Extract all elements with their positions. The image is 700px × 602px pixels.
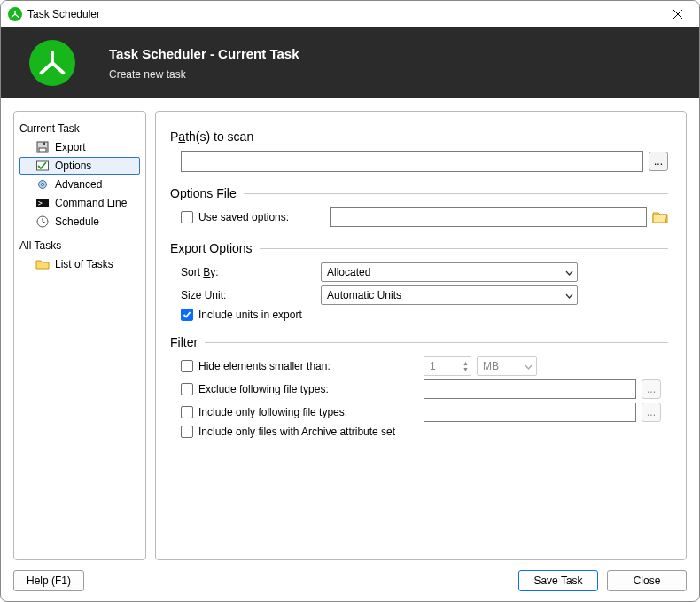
sidebar-item-label: Advanced xyxy=(55,178,102,191)
page-title: Task Scheduler - Current Task xyxy=(109,46,299,61)
save-task-button[interactable]: Save Task xyxy=(518,570,598,591)
main-panel: Path(s) to scan ... Options File Use sav… xyxy=(155,111,687,560)
use-saved-options-checkbox[interactable]: Use saved options: xyxy=(181,211,289,223)
sidebar-item-label: Options xyxy=(55,160,91,172)
include-units-checkbox[interactable]: Include units in export xyxy=(181,309,302,321)
sidebar-item-advanced[interactable]: Advanced xyxy=(19,176,140,193)
chevron-down-icon xyxy=(565,289,573,301)
footer: Help (F1) Save Task Close xyxy=(1,560,699,601)
sidebar-item-options[interactable]: Options xyxy=(19,157,140,175)
folder-icon xyxy=(35,257,50,271)
paths-browse-button[interactable]: ... xyxy=(649,152,668,171)
chevron-down-icon xyxy=(525,360,533,372)
svg-line-1 xyxy=(12,14,15,17)
terminal-icon: >_ xyxy=(35,196,50,210)
checklist-icon xyxy=(35,159,50,173)
caret-up-icon: ▲ xyxy=(463,360,469,366)
section-export-options: Export Options xyxy=(170,241,668,255)
clock-icon xyxy=(35,215,50,229)
section-options-file: Options File xyxy=(170,186,668,200)
help-button[interactable]: Help (F1) xyxy=(13,570,84,591)
section-paths-to-scan: Path(s) to scan xyxy=(170,129,668,144)
include-types-input[interactable] xyxy=(424,403,636,422)
close-button[interactable]: Close xyxy=(607,570,687,591)
sidebar-item-schedule[interactable]: Schedule xyxy=(19,213,140,231)
exclude-types-checkbox[interactable]: Exclude following file types: xyxy=(181,383,418,395)
hide-smaller-checkbox[interactable]: Hide elements smaller than: xyxy=(181,360,418,372)
checkbox-label: Include only files with Archive attribut… xyxy=(198,426,395,438)
section-filter: Filter xyxy=(170,335,668,349)
page-subtitle: Create new task xyxy=(109,68,299,81)
options-file-input[interactable] xyxy=(330,207,647,227)
sidebar-item-export[interactable]: Export xyxy=(19,138,140,156)
logo-icon xyxy=(29,40,75,86)
include-types-checkbox[interactable]: Include only following file types: xyxy=(181,406,418,418)
svg-rect-9 xyxy=(39,148,46,152)
svg-rect-10 xyxy=(43,143,45,145)
size-unit-select[interactable]: Automatic Units xyxy=(321,285,578,305)
sidebar: Current Task Export Options Advanced >_ … xyxy=(13,111,146,560)
size-unit-label: Size Unit: xyxy=(181,289,315,301)
hide-smaller-unit-select[interactable]: MB xyxy=(477,356,537,376)
svg-line-7 xyxy=(52,63,64,73)
checkbox-label: Hide elements smaller than: xyxy=(198,360,331,372)
sidebar-item-list-of-tasks[interactable]: List of Tasks xyxy=(19,255,140,273)
sort-by-select[interactable]: Allocated xyxy=(321,262,578,282)
exclude-types-browse-button[interactable]: ... xyxy=(642,379,661,399)
chevron-down-icon xyxy=(565,266,573,278)
svg-point-13 xyxy=(41,183,43,185)
archive-attr-checkbox[interactable]: Include only files with Archive attribut… xyxy=(181,426,395,438)
gear-icon xyxy=(35,177,50,192)
paths-input[interactable] xyxy=(181,151,643,172)
sidebar-item-label: Command Line xyxy=(55,197,127,209)
sidebar-item-label: Export xyxy=(55,141,86,153)
checkbox-label: Use saved options: xyxy=(198,211,289,223)
exclude-types-input[interactable] xyxy=(424,379,636,399)
svg-line-2 xyxy=(15,14,19,17)
include-types-browse-button[interactable]: ... xyxy=(642,403,661,422)
sidebar-group-current-task: Current Task xyxy=(19,122,140,135)
checkbox-label: Include units in export xyxy=(198,309,302,321)
checkbox-label: Exclude following file types: xyxy=(198,383,329,395)
save-icon xyxy=(35,140,50,154)
window-title: Task Scheduler xyxy=(27,8,100,20)
app-icon xyxy=(8,7,22,21)
svg-line-6 xyxy=(42,63,53,73)
sidebar-item-label: List of Tasks xyxy=(55,258,113,270)
sidebar-item-label: Schedule xyxy=(55,215,99,228)
sidebar-group-all-tasks: All Tasks xyxy=(19,239,140,252)
checkbox-label: Include only following file types: xyxy=(198,406,347,418)
options-file-browse-button[interactable] xyxy=(652,208,668,227)
caret-down-icon: ▼ xyxy=(463,366,469,372)
titlebar: Task Scheduler xyxy=(1,1,699,27)
svg-text:>_: >_ xyxy=(38,199,47,207)
hide-smaller-value-spinner[interactable]: 1 ▲▼ xyxy=(424,356,471,376)
header-band: Task Scheduler - Current Task Create new… xyxy=(1,27,699,98)
window-close-button[interactable] xyxy=(658,1,697,27)
sidebar-item-command-line[interactable]: >_ Command Line xyxy=(19,194,140,212)
